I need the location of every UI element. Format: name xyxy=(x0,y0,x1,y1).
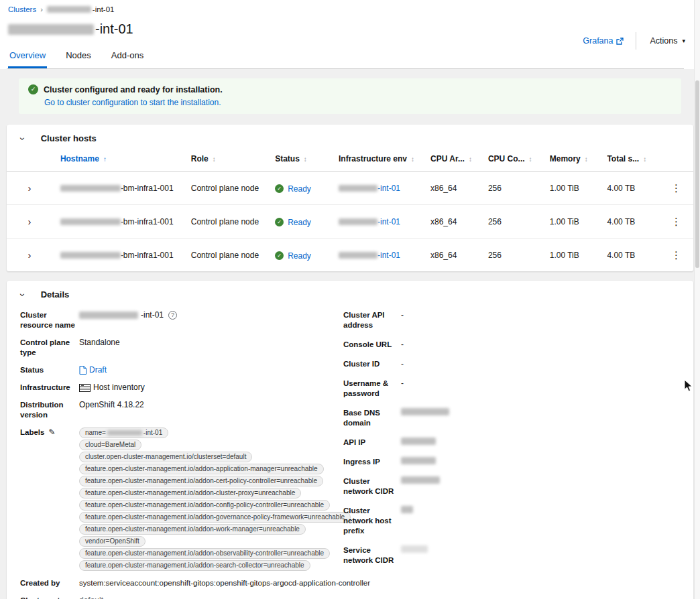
details-card: › Details Cluster resource name -int-01 … xyxy=(7,281,693,599)
col-header-kebab xyxy=(659,147,693,172)
host-total-storage: 4.00 TB xyxy=(599,205,659,239)
host-total-storage: 4.00 TB xyxy=(599,172,659,205)
grafana-link-label: Grafana xyxy=(583,36,613,46)
grafana-link[interactable]: Grafana xyxy=(583,36,624,46)
host-infra-env: -int-01 xyxy=(331,239,422,272)
host-status-link[interactable]: Ready xyxy=(288,218,311,227)
breadcrumb-current-suffix: -int-01 xyxy=(93,5,115,13)
host-infra-env: -int-01 xyxy=(331,205,422,239)
host-hostname: -bm-infra1-001 xyxy=(52,172,183,205)
host-cpu-arch: x86_64 xyxy=(422,205,480,239)
kebab-menu-icon[interactable]: ⋮ xyxy=(667,249,685,261)
detail-row-username-password: Username & password - xyxy=(343,379,680,399)
cluster-hosts-card: › Cluster hosts Hostname ↑ xyxy=(7,125,693,271)
col-header-hostname[interactable]: Hostname ↑ xyxy=(52,147,183,172)
host-memory: 1.00 TiB xyxy=(542,239,599,272)
detail-label: Infrastructure xyxy=(20,383,79,393)
redacted-text xyxy=(339,252,377,259)
col-header-cpu-arch[interactable]: CPU Ar... ↕ xyxy=(422,147,480,172)
infra-env-link[interactable]: -int-01 xyxy=(377,217,400,226)
alert-action-link[interactable]: Go to cluster configuration to start the… xyxy=(44,98,672,107)
ready-check-icon: ✓ xyxy=(275,251,284,260)
redacted-text xyxy=(47,6,91,13)
host-status: ✓ Ready xyxy=(267,239,331,272)
tab-overview[interactable]: Overview xyxy=(8,46,47,68)
redacted-text xyxy=(107,430,142,436)
breadcrumb-clusters-link[interactable]: Clusters xyxy=(8,5,36,13)
row-expand-chevron-icon[interactable]: › xyxy=(25,183,34,193)
help-icon[interactable]: ? xyxy=(168,311,177,320)
detail-label: Control plane type xyxy=(20,338,79,358)
status-draft-link[interactable]: Draft xyxy=(89,365,107,375)
detail-label: Labels✎ xyxy=(20,427,79,438)
tab-bar: Overview Nodes Add-ons xyxy=(7,46,684,69)
col-header-memory[interactable]: Memory ↕ xyxy=(542,147,599,172)
alert-title: Cluster configured and ready for install… xyxy=(44,85,223,94)
actions-dropdown-button[interactable]: Actions ▾ xyxy=(648,34,687,48)
host-cpu-count: 256 xyxy=(480,205,542,239)
host-hostname: -bm-infra1-001 xyxy=(52,239,183,272)
col-header-cpu-count[interactable]: CPU Co... ↕ xyxy=(480,147,542,172)
host-table-row: › -bm-infra1-001 Control plane node ✓ Re… xyxy=(7,239,693,272)
host-cpu-count: 256 xyxy=(480,239,542,272)
kebab-menu-icon[interactable]: ⋮ xyxy=(667,215,685,228)
sort-icon: ↕ xyxy=(643,155,646,163)
tab-addons[interactable]: Add-ons xyxy=(110,46,145,68)
actions-label: Actions xyxy=(650,36,677,46)
success-alert: ✓ Cluster configured and ready for insta… xyxy=(19,78,681,114)
detail-row-console-url: Console URL - xyxy=(343,340,680,350)
distribution-version-value: OpenShift 4.18.22 xyxy=(79,400,144,410)
host-cpu-count: 256 xyxy=(480,172,542,205)
detail-row-base-dns-domain: Base DNS domain xyxy=(343,408,680,428)
host-inventory-icon xyxy=(79,384,91,392)
detail-row-cluster-network-cidr: Cluster network CIDR xyxy=(343,476,680,496)
redacted-text xyxy=(339,185,377,192)
redacted-text xyxy=(401,438,436,445)
host-status-link[interactable]: Ready xyxy=(288,184,311,194)
label-pill: feature.open-cluster-management.io/addon… xyxy=(79,488,301,498)
kebab-menu-icon[interactable]: ⋮ xyxy=(667,182,685,194)
infra-env-link[interactable]: -int-01 xyxy=(377,251,400,260)
details-collapse-toggle[interactable]: › xyxy=(20,290,26,300)
tab-nodes[interactable]: Nodes xyxy=(64,46,93,68)
cluster-set-value: default xyxy=(79,596,103,599)
vertical-scrollbar[interactable] xyxy=(694,0,700,599)
scrollbar-thumb[interactable] xyxy=(695,80,699,268)
col-header-infra-env[interactable]: Infrastructure env ↕ xyxy=(331,147,422,172)
detail-row-service-network-cidr: Service network CIDR xyxy=(343,545,680,565)
host-role: Control plane node xyxy=(183,205,267,239)
redacted-text xyxy=(60,252,121,259)
host-status: ✓ Ready xyxy=(267,172,331,205)
label-pill: feature.open-cluster-management.io/addon… xyxy=(79,524,306,535)
infra-env-link[interactable]: -int-01 xyxy=(377,184,400,193)
detail-label: Cluster resource name xyxy=(20,310,79,330)
host-memory: 1.00 TiB xyxy=(542,205,599,239)
cluster-detail-page: Clusters › -int-01 -int-01 Grafana xyxy=(0,0,700,599)
redacted-text xyxy=(8,24,94,35)
sort-icon: ↕ xyxy=(469,155,472,163)
detail-row-cluster-set: Cluster set default xyxy=(20,596,338,599)
edit-labels-icon[interactable]: ✎ xyxy=(48,427,55,437)
col-header-total-storage[interactable]: Total s... ↕ xyxy=(599,147,659,172)
row-expand-chevron-icon[interactable]: › xyxy=(25,250,34,260)
cluster-hosts-title: Cluster hosts xyxy=(41,133,97,143)
cluster-hosts-collapse-toggle[interactable]: › xyxy=(20,134,26,143)
col-header-status[interactable]: Status ↕ xyxy=(267,147,331,172)
host-hostname: -bm-infra1-001 xyxy=(52,205,183,239)
detail-label: Cluster network CIDR xyxy=(343,476,401,496)
label-pill: name=-int-01 xyxy=(79,427,168,438)
detail-row-cluster-resource-name: Cluster resource name -int-01 ? xyxy=(20,310,338,330)
host-status-link[interactable]: Ready xyxy=(288,251,311,261)
host-status: ✓ Ready xyxy=(267,205,331,239)
page-header: Clusters › -int-01 -int-01 Grafana xyxy=(0,0,700,69)
detail-row-cluster-id: Cluster ID - xyxy=(343,359,680,369)
label-pill: cloud=BareMetal xyxy=(79,440,141,450)
page-title-suffix: -int-01 xyxy=(95,21,133,37)
host-cpu-arch: x86_64 xyxy=(422,172,480,205)
row-expand-chevron-icon[interactable]: › xyxy=(25,216,34,226)
host-role: Control plane node xyxy=(183,172,267,205)
col-header-role[interactable]: Role ↕ xyxy=(183,147,267,172)
created-by-value: system:serviceaccount:openshift-gitops:o… xyxy=(79,578,370,588)
caret-down-icon: ▾ xyxy=(682,38,685,44)
success-check-icon: ✓ xyxy=(28,84,38,94)
